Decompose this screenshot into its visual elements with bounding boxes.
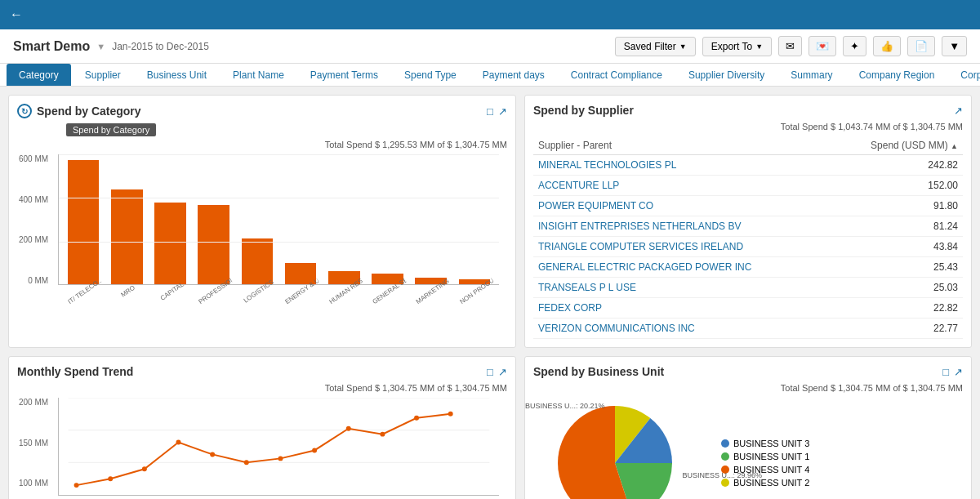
supplier-name-1[interactable]: MINERAL TECHNOLOGIES PL <box>533 155 833 176</box>
saved-filter-label: Saved Filter <box>624 41 676 52</box>
svg-point-14 <box>448 412 453 417</box>
svg-point-5 <box>142 466 147 471</box>
bar-mro <box>107 189 146 284</box>
tab-spend-type[interactable]: Spend Type <box>392 64 469 86</box>
category-panel-icons: □ ↗ <box>487 105 507 118</box>
tab-category[interactable]: Category <box>7 64 71 86</box>
supplier-row-8: FEDEX CORP 22.82 <box>533 298 963 319</box>
tab-plant-name[interactable]: Plant Name <box>220 64 296 86</box>
saved-filter-button[interactable]: Saved Filter ▼ <box>615 37 696 56</box>
trend-line-chart <box>58 398 499 496</box>
supplier-amount-3: 91.80 <box>833 196 964 216</box>
supplier-row-1: MINERAL TECHNOLOGIES PL 242.82 <box>533 155 963 176</box>
trend-panel-icons: □ ↗ <box>487 366 507 378</box>
supplier-row-6: GENERAL ELECTRIC PACKAGED POWER INC 25.4… <box>533 257 963 278</box>
tab-summary[interactable]: Summary <box>778 64 844 86</box>
saved-filter-arrow: ▼ <box>679 42 687 51</box>
trend-fullscreen-icon[interactable]: ↗ <box>498 366 507 378</box>
supplier-name-3[interactable]: POWER EQUIPMENT CO <box>533 196 833 216</box>
export-to-button[interactable]: Export To ▼ <box>702 37 772 56</box>
supplier-row-7: TRANSEALS P L USE 25.03 <box>533 278 963 298</box>
tab-payment-terms[interactable]: Payment Terms <box>298 64 390 86</box>
trend-chart-container: 200 MM 150 MM 100 MM <box>58 398 499 498</box>
tab-supplier[interactable]: Supplier <box>73 64 133 86</box>
category-panel-header: ↻ Spend by Category □ ↗ <box>17 104 507 118</box>
supplier-name-7[interactable]: TRANSEALS P L USE <box>533 278 833 298</box>
pie-chart-svg <box>533 398 697 499</box>
title-dropdown-arrow[interactable]: ▼ <box>96 42 105 51</box>
star-icon-button[interactable]: ✦ <box>843 36 866 56</box>
pie-label-bu2: BUSINESS U...: 20.21% <box>525 402 605 410</box>
category-expand-icon[interactable]: □ <box>487 105 493 118</box>
supplier-row-4: INSIGHT ENTREPRISES NETHERLANDS BV 81.24 <box>533 216 963 237</box>
filter-icon-button[interactable]: ▼ <box>942 36 967 56</box>
svg-point-4 <box>108 476 113 481</box>
supplier-amount-7: 25.03 <box>833 278 964 298</box>
svg-point-7 <box>210 452 215 457</box>
trend-panel-header: Monthly Spend Trend □ ↗ <box>17 365 507 378</box>
email-icon-button[interactable]: ✉ <box>778 36 802 56</box>
supplier-amount-8: 22.82 <box>833 298 964 319</box>
back-button[interactable]: ← <box>10 7 23 22</box>
supplier-row-9: VERIZON COMMUNICATIONS INC 22.77 <box>533 319 963 339</box>
export-to-label: Export To <box>711 41 752 52</box>
export-arrow: ▼ <box>755 42 763 51</box>
y-label-400: 400 MM <box>19 195 48 204</box>
col-spend-usd[interactable]: Spend (USD MM) ▲ <box>833 136 964 155</box>
date-range: Jan-2015 to Dec-2015 <box>112 41 209 52</box>
main-content: ↻ Spend by Category □ ↗ Spend by Categor… <box>0 87 980 499</box>
trend-y-150: 150 MM <box>19 439 48 448</box>
supplier-name-9[interactable]: VERIZON COMMUNICATIONS INC <box>533 319 833 339</box>
bu-fullscreen-icon[interactable]: ↗ <box>954 366 963 378</box>
tab-business-unit[interactable]: Business Unit <box>135 64 219 86</box>
tab-contract-compliance[interactable]: Contract Compliance <box>559 64 675 86</box>
bar-chart-container: 600 MM 400 MM 200 MM 0 MM <box>58 154 499 296</box>
y-axis: 600 MM 400 MM 200 MM 0 MM <box>19 154 48 285</box>
supplier-name-5[interactable]: TRIANGLE COMPUTER SERVICES IRELAND <box>533 237 833 257</box>
app-title: Smart Demo <box>13 39 90 54</box>
supplier-row-3: POWER EQUIPMENT CO 91.80 <box>533 196 963 216</box>
spend-by-category-panel: ↻ Spend by Category □ ↗ Spend by Categor… <box>8 95 516 348</box>
supplier-total-spend: Total Spend $ 1,043.74 MM of $ 1,304.75 … <box>533 122 963 131</box>
header-right: Saved Filter ▼ Export To ▼ ✉ 💌 ✦ 👍 📄 ▼ <box>615 36 967 56</box>
supplier-amount-4: 81.24 <box>833 216 964 237</box>
supplier-amount-9: 22.77 <box>833 319 964 339</box>
doc-icon-button[interactable]: 📄 <box>907 36 935 56</box>
supplier-amount-5: 43.84 <box>833 237 964 257</box>
tab-company-region[interactable]: Company Region <box>847 64 947 86</box>
tab-payment-days[interactable]: Payment days <box>470 64 557 86</box>
tab-supplier-diversity[interactable]: Supplier Diversity <box>676 64 777 86</box>
bar-it <box>64 160 103 284</box>
category-icon: ↻ <box>17 104 32 118</box>
legend-dot-bu1 <box>721 452 729 461</box>
category-fullscreen-icon[interactable]: ↗ <box>498 105 507 118</box>
y-label-200: 200 MM <box>19 235 48 244</box>
supplier-name-2[interactable]: ACCENTURE LLP <box>533 176 833 196</box>
supplier-name-4[interactable]: INSIGHT ENTREPRISES NETHERLANDS BV <box>533 216 833 237</box>
svg-point-11 <box>346 426 351 431</box>
svg-point-13 <box>414 416 419 421</box>
tab-corporate-group[interactable]: Corporate Group <box>948 64 980 86</box>
mail-icon-button[interactable]: 💌 <box>808 36 836 56</box>
bar-profession <box>194 205 234 284</box>
bu-expand-icon[interactable]: □ <box>942 366 949 378</box>
supplier-amount-2: 152.00 <box>833 176 964 196</box>
thumb-icon-button[interactable]: 👍 <box>873 36 901 56</box>
sort-arrow-up: ▲ <box>951 142 958 150</box>
pie-chart-wrapper: BUSINESS U...: 20.21% BUSINESS U...: 29.… <box>533 398 697 499</box>
gridline-top <box>59 154 499 155</box>
trend-y-200: 200 MM <box>19 398 48 407</box>
trend-y-100: 100 MM <box>19 479 48 488</box>
legend-label-bu1: BUSINESS UNIT 1 <box>733 452 809 461</box>
trend-expand-icon[interactable]: □ <box>487 366 493 378</box>
spend-by-bu-panel: Spend by Business Unit □ ↗ Total Spend $… <box>524 356 972 499</box>
bar-chart-body <box>58 154 499 285</box>
bu-panel-icons: □ ↗ <box>942 366 963 378</box>
tab-bar: Category Supplier Business Unit Plant Na… <box>0 64 980 87</box>
top-nav-bar: ← <box>0 0 980 29</box>
monthly-spend-trend-panel: Monthly Spend Trend □ ↗ Total Spend $ 1,… <box>8 356 516 499</box>
supplier-fullscreen-icon[interactable]: ↗ <box>954 105 963 117</box>
spend-by-supplier-panel: Spend by Supplier ↗ Total Spend $ 1,043.… <box>524 95 972 348</box>
supplier-name-6[interactable]: GENERAL ELECTRIC PACKAGED POWER INC <box>533 257 833 278</box>
supplier-name-8[interactable]: FEDEX CORP <box>533 298 833 319</box>
